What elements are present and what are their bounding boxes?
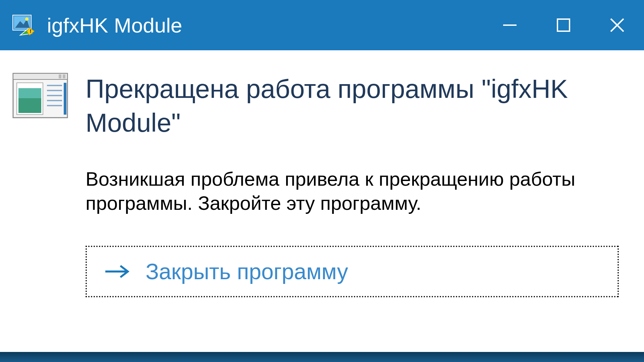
arrow-right-icon <box>104 263 130 280</box>
close-button[interactable] <box>607 15 627 35</box>
svg-point-3 <box>25 17 29 21</box>
window-controls <box>500 15 627 35</box>
svg-rect-14 <box>63 74 65 78</box>
program-icon <box>12 72 69 119</box>
titlebar: ! igfxHK Module <box>0 0 644 50</box>
error-description: Возникшая проблема привела к прекращению… <box>86 167 622 216</box>
close-program-button[interactable]: Закрыть программу <box>86 246 619 297</box>
close-program-label: Закрыть программу <box>146 259 348 284</box>
content-body: Прекращена работа программы "igfxHK Modu… <box>86 72 632 297</box>
svg-text:!: ! <box>30 28 32 34</box>
svg-rect-8 <box>557 19 570 31</box>
app-titlebar-icon: ! <box>10 12 37 39</box>
svg-rect-17 <box>18 88 41 98</box>
svg-rect-13 <box>59 74 61 78</box>
svg-rect-23 <box>64 83 66 115</box>
error-heading: Прекращена работа программы "igfxHK Modu… <box>86 72 622 140</box>
minimize-button[interactable] <box>500 15 520 35</box>
window-title: igfxHK Module <box>47 13 500 37</box>
maximize-button[interactable] <box>553 15 574 35</box>
dialog-content: Прекращена работа программы "igfxHK Modu… <box>0 50 644 311</box>
bottom-edge <box>0 352 644 362</box>
